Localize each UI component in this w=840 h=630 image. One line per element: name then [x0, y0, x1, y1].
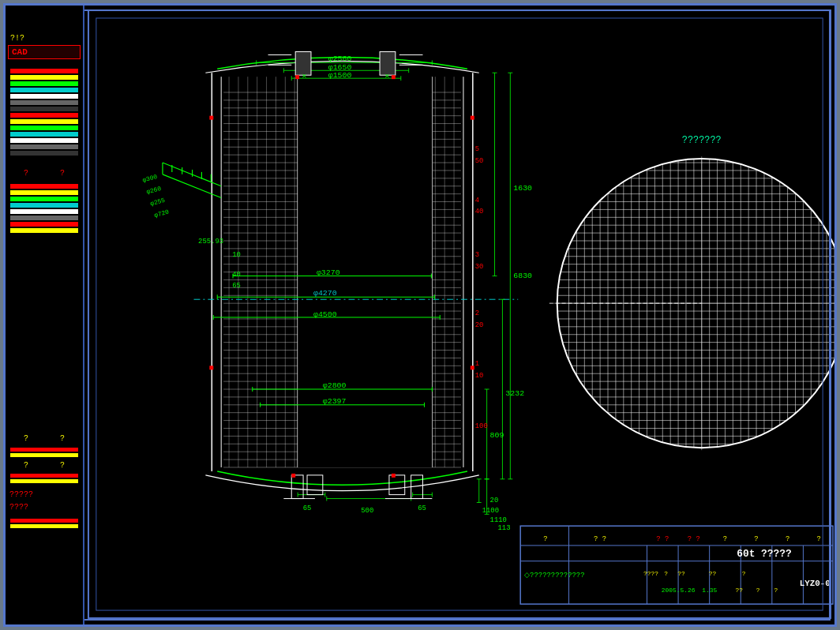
svg-text:809: 809	[490, 431, 504, 440]
svg-text:1110: 1110	[490, 516, 507, 524]
svg-text:4: 4	[475, 197, 479, 204]
svg-text:65: 65	[418, 504, 426, 512]
svg-rect-185	[392, 474, 396, 478]
svg-text:1630: 1630	[513, 184, 532, 193]
sb9	[10, 222, 78, 227]
svg-text:1: 1	[475, 360, 479, 368]
sb-bot5	[10, 519, 78, 523]
svg-text:10: 10	[232, 251, 241, 259]
svg-text:?: ?	[786, 535, 789, 543]
svg-text:255.93: 255.93	[198, 238, 223, 246]
svg-text:? ?: ? ?	[688, 535, 700, 543]
svg-text:40: 40	[232, 271, 241, 279]
sidebar-bq1: ?	[24, 434, 28, 443]
sidebar-qqqqq: ?????	[8, 489, 81, 500]
svg-rect-184	[291, 474, 295, 478]
cad-drawing: φ2560 φ1650 φ1500 φ3270 φ4270 φ4500 φ280…	[84, 6, 834, 624]
sidebar-q2: ?	[60, 169, 65, 178]
sidebar-bq4: ?	[60, 461, 65, 470]
svg-rect-180	[209, 116, 213, 120]
svg-text:20: 20	[490, 497, 499, 504]
svg-text:?: ?	[754, 535, 758, 543]
sidebar-bar-cyan	[10, 88, 78, 92]
svg-text:1100: 1100	[482, 507, 499, 515]
svg-text:?: ?	[723, 535, 727, 543]
svg-text:500: 500	[361, 507, 373, 515]
svg-text:5: 5	[475, 145, 479, 153]
sidebar-bar-dark	[10, 107, 78, 111]
svg-text:?: ?	[774, 587, 778, 594]
svg-text:40: 40	[475, 208, 484, 216]
svg-text:??: ??	[677, 570, 685, 577]
sidebar-bq3: ?	[24, 461, 28, 470]
svg-text:??: ??	[709, 570, 717, 577]
sb10	[10, 228, 78, 233]
svg-text:φ4500: φ4500	[313, 310, 337, 319]
svg-text:100: 100	[475, 422, 488, 430]
sb8	[10, 216, 78, 220]
sidebar-bar-cyan2	[10, 132, 78, 137]
sidebar: ?!? CAD ? ?	[6, 6, 84, 624]
svg-text:? ?: ? ?	[656, 535, 669, 543]
svg-text:2005.5.26: 2005.5.26	[662, 587, 696, 594]
sb-bot2	[10, 453, 78, 457]
sb6	[10, 203, 78, 208]
svg-text:?: ?	[817, 535, 821, 543]
svg-text:65: 65	[232, 282, 241, 290]
main-window: ?!? CAD ? ?	[3, 3, 837, 627]
sidebar-bar-gray2	[10, 144, 78, 149]
sb3	[10, 184, 78, 189]
svg-text:1.35: 1.35	[702, 587, 717, 594]
svg-text:6830: 6830	[513, 272, 532, 280]
svg-text:????: ????	[643, 570, 658, 577]
sidebar-bar-white2	[10, 138, 78, 143]
svg-text:3: 3	[475, 251, 479, 259]
sb-bot1	[10, 448, 78, 452]
svg-rect-173	[380, 52, 396, 76]
sidebar-q1: ?	[24, 169, 28, 178]
svg-rect-178	[295, 75, 299, 79]
svg-rect-183	[471, 366, 474, 369]
sb-bot3	[10, 474, 78, 478]
sidebar-bar-yellow2	[10, 119, 78, 124]
sidebar-bar-red	[10, 69, 78, 73]
sidebar-bar-green	[10, 81, 78, 86]
svg-text:φ2800: φ2800	[323, 381, 347, 390]
sb-bot6	[10, 524, 78, 528]
svg-text:10: 10	[475, 372, 484, 380]
svg-text:✕: ✕	[302, 73, 307, 80]
svg-text:◇?????????????: ◇?????????????	[524, 572, 584, 579]
svg-text:?: ?	[543, 535, 547, 543]
svg-text:???????: ???????	[682, 135, 722, 146]
svg-text:50: 50	[475, 157, 484, 165]
svg-text:?   ?: ? ?	[594, 535, 606, 543]
sidebar-bar-yellow	[10, 75, 78, 80]
svg-text:30: 30	[475, 263, 484, 271]
svg-rect-179	[392, 75, 396, 79]
drawing-area: φ2560 φ1650 φ1500 φ3270 φ4270 φ4500 φ280…	[84, 6, 834, 624]
svg-text:φ4270: φ4270	[313, 289, 337, 298]
sidebar-bar-red2	[10, 113, 78, 118]
svg-rect-181	[471, 116, 474, 120]
svg-text:?: ?	[742, 570, 746, 577]
sb7	[10, 209, 78, 214]
svg-text:φ1500: φ1500	[328, 71, 352, 80]
svg-text:3232: 3232	[505, 389, 524, 398]
svg-text:?: ?	[756, 587, 760, 594]
sidebar-qqqq: ????	[8, 502, 81, 512]
svg-text:φ2560: φ2560	[328, 54, 352, 63]
sidebar-bar-dark2	[10, 151, 78, 156]
sidebar-bar-green2	[10, 126, 78, 130]
svg-text:LYZ0-0: LYZ0-0	[800, 579, 831, 588]
sidebar-bq2: ?	[60, 434, 65, 443]
svg-text:φ3270: φ3270	[317, 268, 340, 277]
sidebar-bar-gray1	[10, 100, 78, 105]
svg-text:65: 65	[303, 504, 312, 512]
svg-text:60t ?????: 60t ?????	[737, 548, 791, 560]
svg-text:✕: ✕	[384, 73, 390, 80]
sb5	[10, 197, 78, 201]
sidebar-cad-label[interactable]: CAD	[8, 45, 81, 59]
sb-bot4	[10, 479, 78, 483]
svg-text:2: 2	[475, 309, 479, 317]
svg-text:113: 113	[497, 524, 510, 532]
